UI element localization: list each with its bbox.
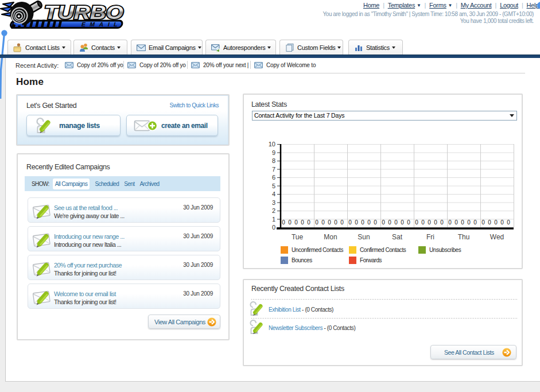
- svg-text:2: 2: [272, 207, 275, 214]
- svg-text:0: 0: [494, 219, 498, 226]
- svg-text:Sat: Sat: [392, 233, 403, 241]
- svg-text:0: 0: [282, 219, 285, 226]
- svg-text:0: 0: [361, 219, 364, 226]
- svg-text:8: 8: [272, 157, 275, 164]
- svg-text:Tue: Tue: [292, 233, 304, 241]
- svg-text:0: 0: [294, 219, 298, 226]
- svg-text:0: 0: [367, 219, 371, 226]
- svg-text:0: 0: [461, 219, 464, 226]
- svg-text:0: 0: [340, 219, 344, 226]
- svg-text:5: 5: [272, 183, 275, 189]
- svg-text:0: 0: [288, 219, 292, 226]
- svg-text:0: 0: [488, 219, 491, 226]
- svg-text:0: 0: [388, 219, 391, 226]
- svg-text:0: 0: [434, 219, 437, 226]
- svg-text:0: 0: [307, 219, 310, 226]
- svg-text:3: 3: [272, 199, 275, 206]
- svg-text:Fri: Fri: [426, 233, 434, 241]
- svg-text:0: 0: [440, 219, 444, 226]
- svg-text:0: 0: [272, 224, 275, 231]
- svg-text:Mon: Mon: [324, 233, 337, 241]
- svg-text:0: 0: [334, 219, 337, 226]
- svg-text:0: 0: [454, 219, 458, 226]
- svg-text:0: 0: [374, 219, 377, 226]
- svg-text:0: 0: [448, 219, 452, 226]
- svg-text:0: 0: [428, 219, 431, 226]
- svg-text:9: 9: [272, 149, 275, 156]
- svg-text:0: 0: [401, 219, 404, 226]
- svg-text:4: 4: [272, 191, 275, 197]
- svg-text:TURBO: TURBO: [44, 2, 123, 23]
- svg-text:0: 0: [382, 219, 385, 226]
- svg-text:0: 0: [467, 219, 471, 226]
- svg-text:Thu: Thu: [458, 233, 470, 241]
- svg-text:6: 6: [272, 174, 275, 181]
- svg-text:0: 0: [407, 219, 410, 226]
- svg-text:0: 0: [481, 219, 485, 226]
- svg-text:0: 0: [355, 219, 358, 226]
- svg-text:1: 1: [272, 216, 275, 223]
- svg-text:0: 0: [301, 219, 304, 226]
- svg-text:0: 0: [421, 219, 425, 226]
- svg-text:Wed: Wed: [490, 233, 504, 241]
- svg-text:0: 0: [473, 219, 477, 226]
- svg-text:0: 0: [507, 219, 510, 226]
- svg-text:0: 0: [321, 219, 325, 226]
- svg-text:0: 0: [315, 219, 318, 226]
- svg-text:Sun: Sun: [358, 233, 370, 241]
- svg-text:0: 0: [500, 219, 504, 226]
- svg-text:7: 7: [272, 166, 275, 173]
- svg-text:0: 0: [348, 219, 352, 226]
- svg-text:0: 0: [415, 219, 418, 226]
- svg-text:0: 0: [328, 219, 331, 226]
- svg-text:10: 10: [269, 141, 275, 148]
- svg-text:0: 0: [394, 219, 398, 226]
